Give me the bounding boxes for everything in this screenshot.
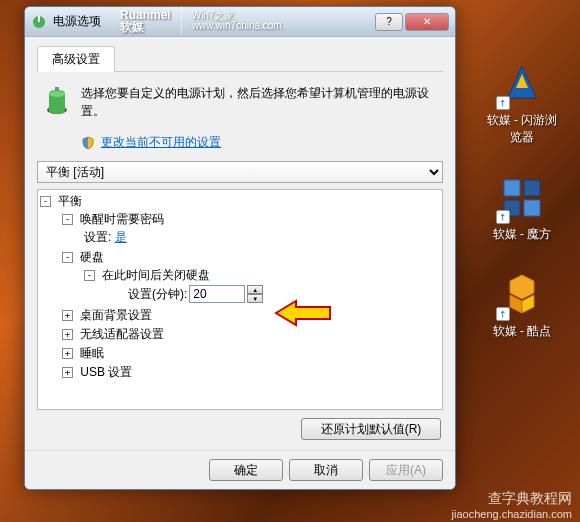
tree-expand-icon[interactable]: + xyxy=(62,310,73,321)
annotation-arrow-icon xyxy=(274,298,334,328)
power-plan-select[interactable]: 平衡 [活动] xyxy=(37,161,443,183)
svg-rect-1 xyxy=(524,180,540,196)
svg-rect-3 xyxy=(524,200,540,216)
desktop-icon-label: 软媒 - 魔方 xyxy=(493,226,552,243)
svg-point-10 xyxy=(49,91,65,97)
cancel-button[interactable]: 取消 xyxy=(289,459,363,481)
desktop-icon-label: 软媒 - 闪游浏览器 xyxy=(484,112,560,146)
tree-root[interactable]: 平衡 xyxy=(58,194,82,208)
tree-collapse-icon[interactable]: - xyxy=(40,196,51,207)
tree-desktop-bg[interactable]: 桌面背景设置 xyxy=(80,308,152,322)
help-button[interactable]: ? xyxy=(375,13,403,31)
desktop-icon-hex[interactable]: 软媒 - 酷点 xyxy=(484,271,560,340)
battery-icon xyxy=(41,84,73,116)
tree-usb[interactable]: USB 设置 xyxy=(80,365,132,379)
watermark-bottom: 查字典教程网 jiaocheng.chazidian.com xyxy=(452,490,572,520)
tree-disk[interactable]: 硬盘 xyxy=(80,250,104,264)
tree-wireless[interactable]: 无线适配器设置 xyxy=(80,327,164,341)
restore-row: 还原计划默认值(R) xyxy=(37,410,443,442)
info-row: 选择您要自定义的电源计划，然后选择您希望计算机管理的电源设置。 xyxy=(37,72,443,132)
spinner-up-button[interactable]: ▲ xyxy=(247,285,263,294)
tree-expand-icon[interactable]: + xyxy=(62,329,73,340)
svg-marker-4 xyxy=(510,275,534,299)
wake-setting-label: 设置: xyxy=(84,230,115,244)
tab-advanced[interactable]: 高级设置 xyxy=(37,46,115,72)
tree-wake[interactable]: 唤醒时需要密码 xyxy=(80,212,164,226)
shortcut-badge-icon xyxy=(496,307,510,321)
change-unavailable-link[interactable]: 更改当前不可用的设置 xyxy=(101,134,221,151)
tree-disk-off[interactable]: 在此时间后关闭硬盘 xyxy=(102,268,210,282)
watermark-top: Ruanmei软媒 Win7之家www.win7china.com xyxy=(120,6,282,36)
tree-expand-icon[interactable]: + xyxy=(62,348,73,359)
ok-button[interactable]: 确定 xyxy=(209,459,283,481)
link-row: 更改当前不可用的设置 xyxy=(37,132,443,161)
tree-collapse-icon[interactable]: - xyxy=(84,270,95,281)
tree-expand-icon[interactable]: + xyxy=(62,367,73,378)
shield-icon xyxy=(81,136,95,150)
tree-sleep[interactable]: 睡眠 xyxy=(80,346,104,360)
tree-collapse-icon[interactable]: - xyxy=(62,252,73,263)
svg-marker-12 xyxy=(276,301,330,325)
tab-strip: 高级设置 xyxy=(37,45,443,72)
watermark-divider xyxy=(181,6,182,36)
desktop-icon-cube[interactable]: 软媒 - 魔方 xyxy=(484,174,560,243)
restore-defaults-button[interactable]: 还原计划默认值(R) xyxy=(301,418,441,440)
brand2-sub: www.win7china.com xyxy=(192,21,282,31)
tree-collapse-icon[interactable]: - xyxy=(62,214,73,225)
disk-timeout-input[interactable] xyxy=(189,285,245,303)
svg-rect-0 xyxy=(504,180,520,196)
svg-rect-8 xyxy=(38,16,40,22)
svg-rect-11 xyxy=(55,87,59,91)
close-button[interactable]: ✕ xyxy=(405,13,449,31)
dialog-body: 高级设置 选择您要自定义的电源计划，然后选择您希望计算机管理的电源设置。 更改当… xyxy=(25,37,455,450)
desktop-icons: 软媒 - 闪游浏览器 软媒 - 魔方 软媒 - 酷点 xyxy=(484,60,560,340)
dialog-buttons: 确定 取消 应用(A) xyxy=(25,450,455,489)
shortcut-badge-icon xyxy=(496,96,510,110)
desktop-icon-browser[interactable]: 软媒 - 闪游浏览器 xyxy=(484,60,560,146)
brand1-sub: 软媒 xyxy=(120,21,171,33)
power-options-dialog: 电源选项 ? ✕ 高级设置 选择您要自定义的电源计划，然后选择您希望计算机管理的… xyxy=(24,6,456,490)
wake-setting-value[interactable]: 是 xyxy=(115,230,127,244)
shortcut-badge-icon xyxy=(496,210,510,224)
spinner-down-button[interactable]: ▼ xyxy=(247,294,263,303)
settings-tree[interactable]: - 平衡 - 唤醒时需要密码 设置: 是 xyxy=(37,189,443,410)
power-icon xyxy=(31,14,47,30)
watermark-site-name: 查字典教程网 xyxy=(452,490,572,508)
apply-button[interactable]: 应用(A) xyxy=(369,459,443,481)
info-text: 选择您要自定义的电源计划，然后选择您希望计算机管理的电源设置。 xyxy=(81,84,439,120)
desktop-icon-label: 软媒 - 酷点 xyxy=(493,323,552,340)
window-controls: ? ✕ xyxy=(375,13,449,31)
watermark-site-url: jiaocheng.chazidian.com xyxy=(452,508,572,520)
disk-setting-label: 设置(分钟): xyxy=(128,286,187,303)
